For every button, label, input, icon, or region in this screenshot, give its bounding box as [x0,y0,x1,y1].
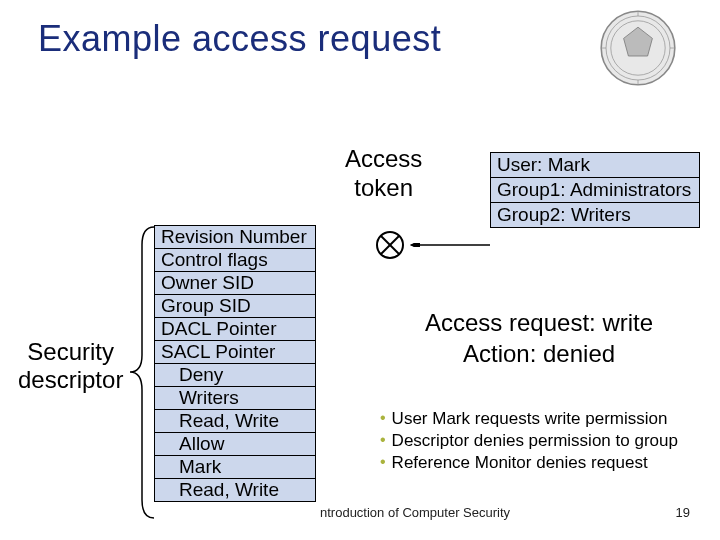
bullet-dot-icon: • [380,430,386,452]
descriptor-row: Read, Write [155,410,316,433]
arrow-icon [410,243,490,247]
bullet-text: Descriptor denies permission to group [392,430,678,452]
security-descriptor-table: Revision NumberControl flagsOwner SIDGro… [154,225,316,502]
token-row: User: Mark [491,153,700,178]
descriptor-row: Allow [155,433,316,456]
descriptor-row: SACL Pointer [155,341,316,364]
bullet-item: •Reference Monitor denies request [380,452,678,474]
descriptor-row: Revision Number [155,226,316,249]
reference-monitor-icon [375,230,405,260]
bullet-text: Reference Monitor denies request [392,452,648,474]
descriptor-row: Deny [155,364,316,387]
descriptor-row: Writers [155,387,316,410]
descriptor-row: Group SID [155,295,316,318]
access-token-table: User: MarkGroup1: AdministratorsGroup2: … [490,152,700,228]
result-text: Access request: write Action: denied [425,307,653,369]
bullet-dot-icon: • [380,452,386,474]
footer-text: ntroduction of Computer Security [320,505,510,520]
slide-title: Example access request [38,18,441,60]
bullet-item: •Descriptor denies permission to group [380,430,678,452]
descriptor-row: Owner SID [155,272,316,295]
seal-icon [598,8,678,88]
bullet-text: User Mark requests write permission [392,408,668,430]
descriptor-row: DACL Pointer [155,318,316,341]
access-token-label: Access token [345,145,422,203]
token-row: Group1: Administrators [491,178,700,203]
page-number: 19 [676,505,690,520]
svg-marker-12 [410,243,420,247]
brace-icon [128,225,156,520]
descriptor-row: Mark [155,456,316,479]
bullet-item: •User Mark requests write permission [380,408,678,430]
descriptor-row: Read, Write [155,479,316,502]
token-row: Group2: Writers [491,203,700,228]
bullet-list: •User Mark requests write permission•Des… [380,408,678,474]
security-descriptor-label: Security descriptor [18,338,123,393]
descriptor-row: Control flags [155,249,316,272]
bullet-dot-icon: • [380,408,386,430]
